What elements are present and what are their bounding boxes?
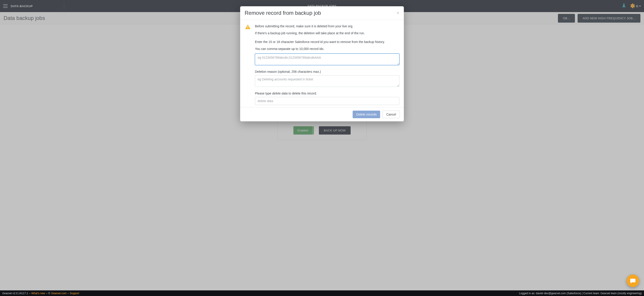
modal-close-button[interactable]: ×: [396, 11, 399, 16]
svg-rect-5: [248, 28, 248, 29]
confirm-phrase-input[interactable]: [255, 97, 399, 105]
modal-warning-line-2: If there's a backup job running, the del…: [255, 31, 399, 36]
footer-gearset-link[interactable]: Gearset.com: [51, 292, 67, 295]
modal-footer: Delete records Cancel: [240, 107, 404, 121]
remove-record-modal: Remove record from backup job × Before s…: [240, 6, 404, 121]
modal-instruction-1: Enter the 15 or 18 character Salesforce …: [255, 40, 399, 44]
modal-header: Remove record from backup job ×: [240, 6, 404, 20]
modal-title: Remove record from backup job: [245, 10, 321, 16]
warning-icon: [245, 24, 251, 105]
confirm-instruction: Please type delete data to delete this r…: [255, 92, 399, 95]
modal-warning-line-1: Before submitting the record, make sure …: [255, 24, 399, 29]
footer-support-link[interactable]: Support: [70, 292, 79, 295]
chat-icon: [630, 278, 636, 284]
modal-overlay: Remove record from backup job × Before s…: [0, 0, 644, 296]
delete-records-button[interactable]: Delete records: [353, 111, 380, 118]
close-icon: ×: [396, 10, 399, 16]
deletion-reason-input[interactable]: [255, 75, 399, 87]
footer-whats-new-link[interactable]: What's new: [31, 292, 45, 295]
chat-widget-button[interactable]: [626, 274, 639, 287]
deletion-reason-label: Deletion reason (optional, 256 character…: [255, 70, 399, 73]
footer-version: Gearset v2.0.14117.1: [2, 292, 28, 295]
svg-rect-4: [248, 26, 248, 28]
footer-login-info: Logged in as: davidr-dev@gearset.com (Sa…: [519, 292, 642, 295]
record-ids-input[interactable]: [255, 54, 399, 65]
footer-bar: Gearset v2.0.14117.1 – What's new – © Ge…: [0, 290, 644, 296]
modal-instruction-2: You can comma-separate up to 10,000 reco…: [255, 47, 399, 51]
cancel-button[interactable]: Cancel: [382, 111, 400, 118]
